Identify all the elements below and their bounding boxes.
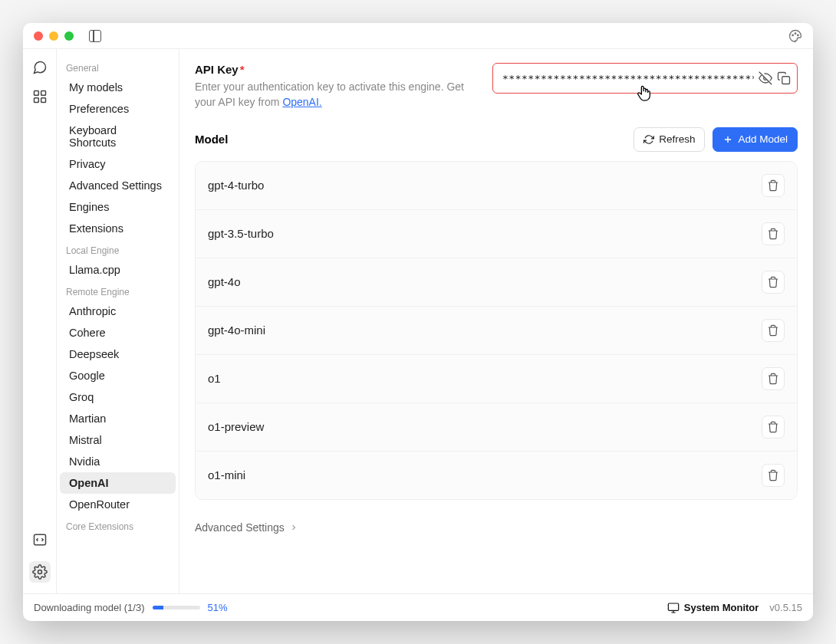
sidebar-item-groq[interactable]: Groq	[60, 386, 176, 408]
api-key-input-wrap	[492, 63, 798, 94]
sidebar-item-advanced-settings[interactable]: Advanced Settings	[60, 175, 176, 196]
model-row: o1-preview	[196, 403, 797, 452]
sidebar-item-keyboard-shortcuts[interactable]: Keyboard Shortcuts	[60, 120, 176, 153]
sidebar-item-martian[interactable]: Martian	[60, 408, 176, 429]
code-icon[interactable]	[32, 532, 48, 547]
sidebar-item-llama.cpp[interactable]: Llama.cpp	[60, 259, 176, 281]
trash-icon	[767, 373, 779, 385]
sidebar-item-anthropic[interactable]: Anthropic	[60, 301, 176, 322]
trash-icon	[767, 276, 779, 288]
system-monitor-link[interactable]: System Monitor	[667, 602, 759, 614]
model-row: gpt-4-turbo	[196, 162, 797, 210]
cursor-hand-icon	[636, 84, 653, 104]
sidebar-item-deepseek[interactable]: Deepseek	[60, 343, 176, 365]
svg-point-8	[38, 570, 41, 574]
trash-icon	[767, 469, 779, 481]
status-bar: Downloading model (1/3) 51% System Monit…	[23, 593, 813, 621]
minimize-window-button[interactable]	[49, 31, 58, 41]
version-text: v0.5.15	[769, 602, 802, 613]
app-window: GeneralMy modelsPreferencesKeyboard Shor…	[23, 23, 813, 621]
model-name: o1-preview	[208, 420, 264, 433]
sidebar-toggle-icon[interactable]	[89, 30, 101, 42]
main-content: API Key* Enter your authentication key t…	[179, 49, 813, 593]
svg-rect-6	[41, 98, 45, 103]
delete-model-button[interactable]	[762, 271, 785, 294]
close-window-button[interactable]	[34, 31, 43, 41]
sidebar-item-engines[interactable]: Engines	[60, 196, 176, 218]
advanced-settings-link[interactable]: Advanced Settings	[195, 521, 298, 534]
delete-model-button[interactable]	[762, 367, 785, 390]
settings-sidebar: GeneralMy modelsPreferencesKeyboard Shor…	[57, 49, 179, 593]
model-name: o1	[208, 372, 221, 385]
trash-icon	[767, 179, 779, 192]
eye-off-icon[interactable]	[759, 71, 772, 85]
delete-model-button[interactable]	[762, 174, 785, 197]
model-row: gpt-4o	[196, 258, 797, 307]
model-row: o1	[196, 355, 797, 403]
svg-point-1	[795, 32, 796, 34]
sidebar-item-google[interactable]: Google	[60, 365, 176, 386]
svg-point-2	[798, 34, 799, 36]
svg-rect-7	[34, 534, 45, 544]
download-status-text: Downloading model (1/3)	[34, 602, 145, 613]
monitor-icon	[667, 602, 680, 614]
sidebar-item-extensions[interactable]: Extensions	[60, 218, 176, 239]
model-section-title: Model	[195, 133, 228, 146]
model-name: gpt-4o-mini	[208, 324, 265, 337]
download-percent: 51%	[208, 602, 228, 613]
model-name: gpt-4o	[208, 275, 241, 288]
model-name: gpt-3.5-turbo	[208, 227, 274, 240]
apps-icon[interactable]	[32, 89, 48, 104]
model-list: gpt-4-turbogpt-3.5-turbogpt-4ogpt-4o-min…	[195, 161, 798, 500]
svg-point-0	[792, 34, 794, 36]
model-name: gpt-4-turbo	[208, 179, 264, 192]
delete-model-button[interactable]	[762, 416, 785, 439]
palette-icon[interactable]	[788, 29, 802, 43]
delete-model-button[interactable]	[762, 222, 785, 245]
settings-icon[interactable]	[29, 561, 51, 583]
model-row: o1-mini	[196, 452, 797, 499]
copy-icon[interactable]	[777, 71, 791, 85]
sidebar-group-label: Local Engine	[57, 239, 179, 259]
sidebar-item-mistral[interactable]: Mistral	[60, 429, 176, 451]
api-key-input[interactable]	[502, 73, 754, 84]
sidebar-group-label: Core Extensions	[57, 515, 179, 535]
download-progress	[153, 606, 200, 610]
openai-link[interactable]: OpenAI.	[282, 96, 321, 108]
traffic-lights	[34, 30, 101, 42]
trash-icon	[767, 421, 779, 433]
model-row: gpt-4o-mini	[196, 307, 797, 355]
api-key-description: Enter your authentication key to activat…	[195, 79, 471, 110]
title-bar	[23, 23, 813, 49]
sidebar-item-nvidia[interactable]: Nvidia	[60, 451, 176, 472]
trash-icon	[767, 228, 779, 240]
required-marker: *	[240, 63, 245, 76]
api-key-label: API Key*	[195, 63, 471, 76]
svg-rect-4	[41, 91, 45, 96]
refresh-button[interactable]: Refresh	[634, 127, 705, 152]
delete-model-button[interactable]	[762, 319, 785, 342]
sidebar-item-preferences[interactable]: Preferences	[60, 98, 176, 120]
sidebar-item-cohere[interactable]: Cohere	[60, 322, 176, 343]
trash-icon	[767, 324, 779, 337]
sidebar-item-openai[interactable]: OpenAI	[60, 472, 176, 494]
model-name: o1-mini	[208, 468, 245, 481]
chevron-right-icon	[289, 523, 298, 532]
sidebar-item-openrouter[interactable]: OpenRouter	[60, 494, 176, 515]
sidebar-group-label: General	[57, 57, 179, 77]
svg-rect-5	[34, 98, 38, 103]
svg-rect-9	[782, 77, 790, 84]
sidebar-item-my-models[interactable]: My models	[60, 77, 176, 98]
model-row: gpt-3.5-turbo	[196, 210, 797, 258]
refresh-icon	[643, 134, 654, 145]
sidebar-group-label: Remote Engine	[57, 281, 179, 301]
nav-rail	[23, 49, 57, 593]
svg-rect-3	[34, 91, 38, 96]
delete-model-button[interactable]	[762, 464, 785, 487]
chat-icon[interactable]	[32, 60, 48, 75]
sidebar-item-privacy[interactable]: Privacy	[60, 153, 176, 175]
svg-rect-10	[668, 603, 678, 610]
plus-icon	[722, 134, 733, 145]
maximize-window-button[interactable]	[64, 31, 74, 41]
add-model-button[interactable]: Add Model	[713, 127, 798, 152]
